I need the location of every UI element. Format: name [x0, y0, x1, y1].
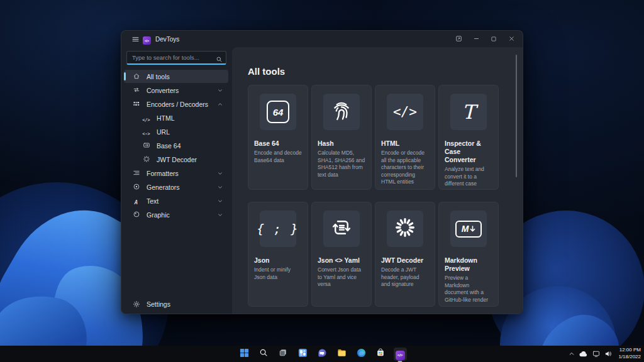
tool-card-description: Convert Json data to Yaml and vice versa	[318, 266, 365, 288]
gear-icon	[132, 300, 140, 308]
formatters-icon	[133, 168, 140, 179]
home-icon	[133, 71, 140, 82]
taskbar: </> 12:00 PM 1/18/2022	[0, 346, 644, 362]
maximize-button[interactable]	[485, 32, 502, 46]
sidebar-item-encoders-decoders[interactable]: Encoders / Decoders	[124, 97, 228, 111]
search-icon[interactable]	[216, 54, 223, 65]
sidebar-item-html[interactable]: </> HTML	[124, 111, 228, 124]
minimize-button[interactable]	[467, 32, 485, 46]
sidebar-item-label: JWT Decoder	[157, 156, 225, 163]
devtoys-logo-lg-icon: </>	[396, 348, 405, 360]
taskbar-icon-edge[interactable]	[355, 348, 368, 361]
tool-card-title: Hash	[318, 140, 365, 148]
taskbar-icon-task-view[interactable]	[277, 348, 290, 361]
sidebar-item-label: URL	[157, 128, 225, 136]
hidden-icons-chevron-icon[interactable]	[569, 351, 575, 357]
spinner-icon	[394, 216, 416, 241]
chevron-down-icon[interactable]	[217, 198, 223, 204]
chevron-down-icon[interactable]	[217, 212, 223, 218]
taskbar-icon-file-explorer[interactable]	[335, 348, 348, 361]
clock-time: 12:00 PM	[618, 347, 641, 354]
tool-card-inspector-case-converter[interactable]: T Inspector & Case Converter Analyze tex…	[438, 85, 499, 190]
markdown-icon: M	[455, 221, 482, 238]
sidebar-item-label: HTML	[157, 114, 225, 122]
sidebar-item-jwt-decoder[interactable]: JWT Decoder	[124, 153, 228, 166]
onedrive-cloud-icon[interactable]	[579, 351, 588, 357]
tool-card-markdown-preview[interactable]: M Markdown Preview Preview a Markdown do…	[438, 202, 499, 307]
sidebar-item-settings[interactable]: Settings	[124, 297, 228, 310]
tool-card-html[interactable]: </> HTML Encode or decode all the applic…	[375, 85, 435, 190]
sidebar-item-base64[interactable]: Base 64	[124, 139, 228, 152]
sidebar-item-label: Generators	[147, 184, 217, 191]
vertical-scrollbar[interactable]	[516, 55, 517, 177]
taskbar-icon-store[interactable]	[374, 348, 387, 361]
search-input[interactable]	[126, 51, 226, 65]
menu-icon[interactable]	[128, 33, 143, 45]
volume-icon[interactable]	[604, 350, 612, 358]
tool-card-title: JWT Decoder	[381, 256, 429, 265]
sidebar-item-text[interactable]: A Text	[124, 194, 228, 207]
close-button[interactable]	[502, 32, 520, 46]
taskbar-icon-chat[interactable]	[316, 348, 329, 361]
tool-card-title: Inspector & Case Converter	[445, 140, 492, 164]
close-icon	[508, 33, 515, 45]
sidebar-item-generators[interactable]: Generators	[124, 180, 228, 194]
tool-card-description: Indent or minify Json data	[254, 266, 302, 281]
sidebar-item-label: Base 64	[157, 142, 225, 150]
sidebar-item-formatters[interactable]: Formatters	[124, 167, 228, 180]
compact-overlay-icon	[455, 33, 462, 45]
taskbar-icon-widgets[interactable]	[296, 348, 309, 361]
sidebar-item-label: All tools	[147, 73, 225, 80]
tool-card-description: Calculate MD5, SHA1, SHA256 and SHA512 h…	[318, 150, 365, 178]
base64-badge-icon: 64	[267, 101, 289, 123]
taskbar-center: </>	[0, 348, 644, 361]
taskbar-icon-start[interactable]	[238, 348, 251, 361]
tool-card-description: Encode or decode all the applicable char…	[381, 150, 429, 185]
start-icon	[240, 348, 249, 360]
tool-card-title: Base 64	[254, 140, 302, 148]
tool-card-description: Preview a Markdown document with a GitHu…	[445, 275, 492, 304]
taskbar-icon-devtoys[interactable]: </>	[394, 348, 407, 361]
network-icon[interactable]	[592, 350, 600, 358]
sidebar-item-all-tools[interactable]: All tools	[124, 70, 228, 83]
search-taskbar-icon	[259, 348, 268, 359]
fingerprint-icon	[330, 99, 353, 124]
chevron-down-icon[interactable]	[217, 184, 223, 190]
encoders-icon	[133, 99, 140, 110]
sidebar-item-graphic[interactable]: Graphic	[124, 208, 228, 221]
minimize-icon	[473, 33, 480, 45]
chevron-up-icon[interactable]	[217, 101, 223, 107]
tool-card-hash[interactable]: Hash Calculate MD5, SHA1, SHA256 and SHA…	[311, 85, 372, 190]
sidebar-item-label: Text	[147, 197, 217, 205]
sidebar-item-url[interactable]: <-> URL	[124, 125, 228, 138]
chevron-down-icon[interactable]	[217, 87, 223, 94]
devtoys-logo-icon: </>	[143, 33, 151, 45]
sidebar-item-label: Graphic	[147, 211, 217, 219]
tools-grid: 64 Base 64 Encode and decode Base64 data…	[248, 85, 523, 307]
main-content: All tools 64 Base 64 Encode and decode B…	[232, 47, 523, 314]
taskbar-clock[interactable]: 12:00 PM 1/18/2022	[616, 347, 641, 361]
tool-card-title: Json <> Yaml	[318, 256, 365, 265]
tool-card-json[interactable]: { ; } Json Indent or minify Json data	[248, 202, 308, 307]
tool-card-base64[interactable]: 64 Base 64 Encode and decode Base64 data	[248, 85, 308, 190]
tool-card-description: Decode a JWT header, payload and signatu…	[381, 266, 429, 288]
widgets-icon	[298, 348, 308, 360]
sidebar-item-label: Encoders / Decoders	[147, 101, 217, 108]
tool-card-jwt-decoder[interactable]: JWT Decoder Decode a JWT header, payload…	[375, 202, 435, 307]
maximize-icon	[491, 33, 497, 45]
chevron-down-icon[interactable]	[217, 170, 223, 177]
desktop-background: </> DevToys All tools	[0, 0, 644, 362]
sidebar-nav: All tools Converters Encoders / Decoders…	[121, 68, 232, 297]
sidebar-item-converters[interactable]: Converters	[124, 84, 228, 97]
tool-card-json-yaml[interactable]: Json <> Yaml Convert Json data to Yaml a…	[311, 202, 372, 307]
tool-card-title: Json	[254, 256, 302, 265]
page-title: All tools	[248, 66, 523, 77]
convert-loop-icon	[330, 216, 353, 241]
compact-overlay-button[interactable]	[450, 32, 467, 46]
search-box	[126, 51, 226, 65]
sidebar-item-label: Formatters	[147, 170, 217, 177]
taskbar-icon-search[interactable]	[257, 348, 270, 361]
file-explorer-icon	[337, 348, 347, 360]
window-controls	[450, 32, 520, 46]
base64-small-icon	[143, 140, 150, 151]
